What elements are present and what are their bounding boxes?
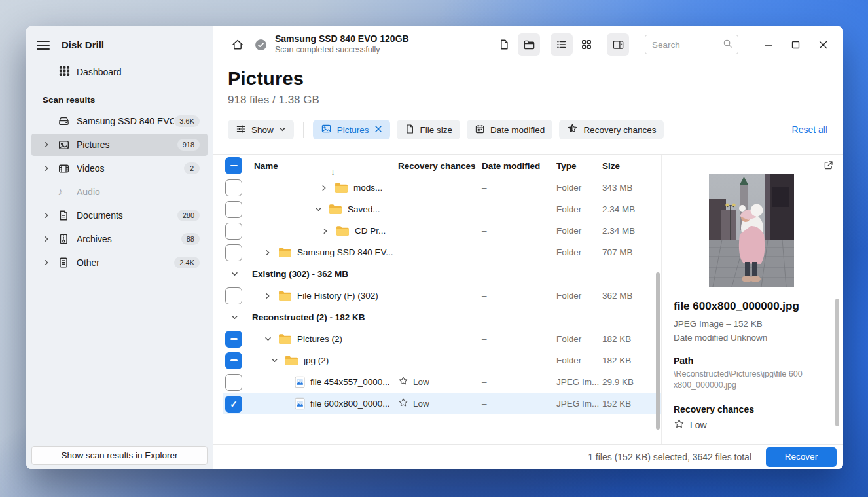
recover-button[interactable]: Recover [766,447,837,467]
chip-label: File size [420,125,453,135]
table-row[interactable]: File History (F) (302)–Folder362 MB [223,285,661,306]
chevron-right-icon[interactable] [321,185,330,191]
chevron-down-icon [279,125,286,135]
titlebar: Samsung SSD 840 EVO 120GB Scan completed… [213,26,843,63]
count-badge: 3.6K [174,115,200,127]
folder-icon [278,290,292,301]
image-file-icon [295,397,305,410]
table-row[interactable]: Samsung SSD 840 EV...–Folder707 MB [223,242,661,263]
row-checkbox[interactable] [225,287,242,304]
sidebar-items: Samsung SSD 840 EVO...3.6KPictures918Vid… [26,110,213,274]
sidebar-item-documents[interactable]: Documents280 [31,204,208,227]
table-row[interactable]: Pictures (2)–Folder182 KB [223,328,661,350]
close-chip-icon[interactable] [374,125,382,135]
preview-path-label: Path [674,356,829,366]
row-name: CD Pr... [355,226,386,236]
chevron-down-icon[interactable] [231,270,238,278]
row-checkbox[interactable] [225,352,242,369]
chevron-down-icon[interactable] [315,206,324,213]
list-view-icon[interactable] [551,33,573,56]
preview-path: \Reconstructed\Pictures\jpg\file 600x800… [674,369,805,391]
folder-icon [335,182,348,193]
row-checkbox[interactable] [225,179,242,196]
row-checkbox[interactable] [225,244,242,261]
row-checkbox[interactable] [225,223,242,240]
filter-chip-recovery-chances[interactable]: Recovery chances [559,120,664,139]
open-folder-icon[interactable] [518,33,540,56]
scan-complete-badge-icon [255,39,267,51]
chevron-right-icon[interactable] [264,293,274,299]
sliders-icon [236,124,246,136]
chevron-right-icon[interactable] [43,165,54,172]
preview-scrollbar[interactable] [835,299,839,426]
table-row[interactable]: file 600x800_0000...Low–JPEG Im...152 KB [223,393,661,414]
size-value: 707 MB [602,248,661,257]
close-icon[interactable] [809,33,837,56]
chevron-right-icon[interactable] [322,228,331,234]
chevron-right-icon[interactable] [264,249,274,256]
show-filter-button[interactable]: Show [228,120,294,139]
size-value: 152 KB [602,399,661,409]
row-checkbox[interactable] [225,331,242,348]
star-icon [674,418,685,432]
column-recovery-chances[interactable]: Recovery chances [393,161,477,171]
new-file-icon[interactable] [493,33,515,56]
column-type[interactable]: Type [556,161,602,171]
section-row-existing-302-362-mb[interactable]: Existing (302) - 362 MB [223,263,661,285]
section-row-reconstructed-2-182-kb[interactable]: Reconstructed (2) - 182 KB [223,306,661,328]
maximize-icon[interactable] [782,33,809,56]
chevron-right-icon[interactable] [43,212,54,219]
status-bar: 1 files (152 KB) selected, 3642 files to… [213,444,843,469]
window-controls [754,33,837,56]
minimize-icon[interactable] [754,33,782,56]
sidebar-item-archives[interactable]: Archives88 [31,228,208,250]
home-icon[interactable] [230,38,245,51]
column-size[interactable]: Size [602,161,661,171]
search-input[interactable] [652,40,723,50]
sidebar-item-pictures[interactable]: Pictures918 [31,134,208,156]
chevron-right-icon[interactable] [43,259,54,266]
table-row[interactable]: mods...–Folder343 MB [223,177,661,198]
row-checkbox[interactable] [225,396,242,413]
row-checkbox[interactable] [225,201,242,218]
table-row[interactable]: CD Pr...–Folder2.34 MB [223,220,661,242]
chevron-right-icon[interactable] [43,236,54,242]
table-scrollbar[interactable] [656,272,660,430]
select-all-checkbox[interactable] [225,157,242,174]
filter-divider [303,122,304,138]
sort-descending-icon: ↓ [331,166,335,177]
page-title: Pictures [228,68,843,90]
table-row[interactable]: jpg (2)–Folder182 KB [223,350,661,371]
row-checkbox[interactable] [225,374,242,391]
search-icon [723,39,732,51]
reset-all-link[interactable]: Reset all [792,124,827,135]
chevron-right-icon[interactable] [43,141,54,148]
type-value: Folder [556,248,602,257]
show-in-explorer-button[interactable]: Show scan results in Explorer [31,446,208,465]
chevron-down-icon[interactable] [231,314,238,321]
filter-chip-file-size[interactable]: File size [397,120,461,139]
grid-view-icon[interactable] [575,33,598,56]
column-date-modified[interactable]: Date modified [477,161,556,171]
column-name[interactable]: Name [254,161,278,171]
sidebar-item-samsung-ssd-840-evo[interactable]: Samsung SSD 840 EVO...3.6K [31,110,208,132]
type-value: JPEG Im... [556,399,602,409]
chevron-down-icon[interactable] [264,335,274,342]
count-badge: 918 [177,139,200,151]
filter-chip-pictures[interactable]: Pictures [313,120,390,139]
sidebar-item-audio[interactable]: ♪Audio [31,181,208,203]
scan-title: Samsung SSD 840 EVO 120GB [275,33,409,45]
preview-panel-icon[interactable] [607,33,629,56]
date-modified-value: – [477,183,556,193]
filter-chip-date-modified[interactable]: Date modified [467,120,552,139]
menu-icon[interactable] [37,41,50,50]
table-row[interactable]: Saved...–Folder2.34 MB [223,198,661,220]
sidebar-item-videos[interactable]: Videos2 [31,157,208,179]
table-row[interactable]: file 454x557_0000...Low–JPEG Im...29.9 K… [223,371,661,393]
results-table: Name↓ Recovery chances Date modified Typ… [213,155,661,444]
sidebar-item-other[interactable]: Other2.4K [31,251,208,274]
chevron-down-icon[interactable] [271,357,280,364]
open-external-icon[interactable] [823,160,834,174]
sidebar-item-dashboard[interactable]: Dashboard [31,61,208,83]
folder-icon [278,247,292,258]
